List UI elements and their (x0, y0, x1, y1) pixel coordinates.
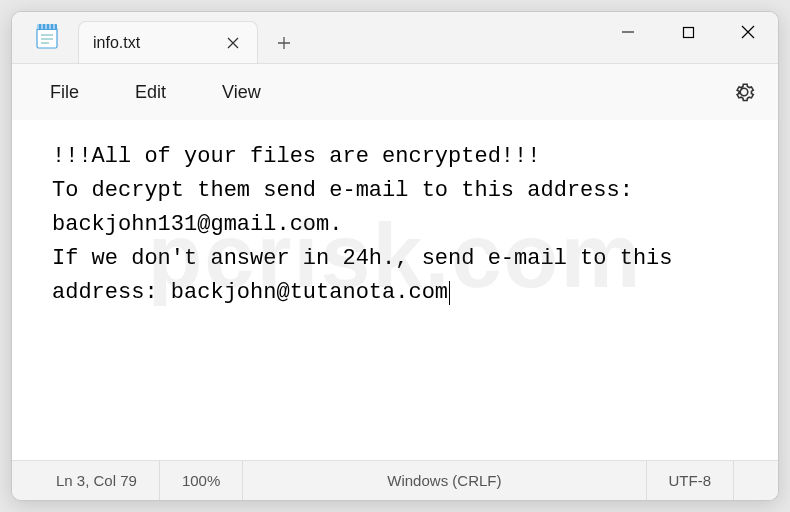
tab-active[interactable]: info.txt (78, 21, 258, 63)
menu-edit[interactable]: Edit (111, 74, 190, 111)
text-editor-content[interactable]: !!!All of your files are encrypted!!! To… (12, 120, 778, 460)
svg-rect-11 (683, 27, 693, 37)
menu-file[interactable]: File (26, 74, 103, 111)
tab-title: info.txt (93, 34, 209, 52)
settings-button[interactable] (724, 72, 764, 112)
status-line-ending: Windows (CRLF) (243, 461, 646, 500)
titlebar: info.txt (12, 12, 778, 64)
status-cursor-position: Ln 3, Col 79 (12, 461, 160, 500)
notepad-app-icon (30, 19, 64, 53)
svg-rect-0 (37, 28, 57, 48)
text-caret (449, 281, 450, 305)
statusbar: Ln 3, Col 79 100% Windows (CRLF) UTF-8 (12, 460, 778, 500)
notepad-window: info.txt File Edit View (11, 11, 779, 501)
minimize-button[interactable] (598, 11, 658, 53)
gear-icon (732, 80, 756, 104)
document-text: !!!All of your files are encrypted!!! To… (52, 144, 686, 305)
status-spacer (734, 461, 778, 500)
new-tab-button[interactable] (264, 23, 304, 63)
close-window-button[interactable] (718, 11, 778, 53)
window-controls (598, 11, 778, 63)
maximize-button[interactable] (658, 11, 718, 53)
status-encoding: UTF-8 (647, 461, 735, 500)
menubar: File Edit View (12, 64, 778, 120)
close-tab-icon[interactable] (223, 33, 243, 53)
status-zoom[interactable]: 100% (160, 461, 243, 500)
menu-view[interactable]: View (198, 74, 285, 111)
